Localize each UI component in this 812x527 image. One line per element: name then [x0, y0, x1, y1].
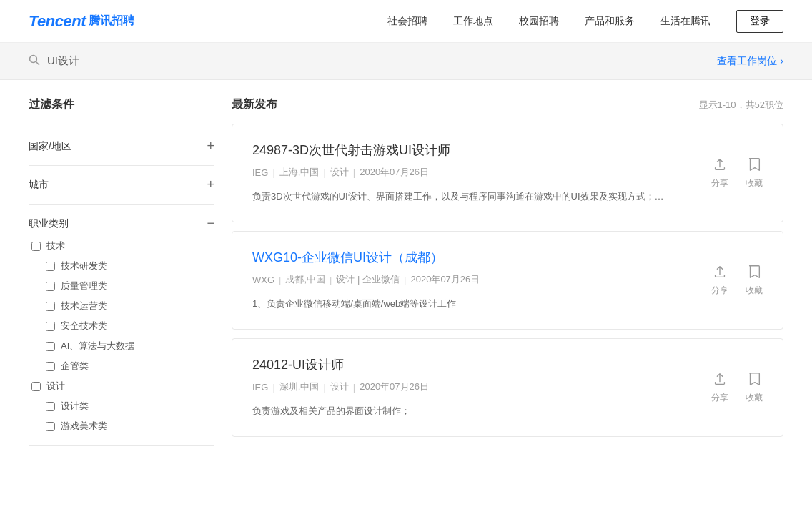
checkbox-ai-bigdata-label: AI、算法与大数据 [61, 340, 134, 353]
checkbox-quality-mgmt-label: 质量管理类 [61, 280, 107, 292]
job-date-3: 2020年07月26日 [360, 380, 429, 393]
filter-job-category: 职业类别 − 技术 技术研发类 [29, 205, 214, 446]
job-date-2: 2020年07月26日 [410, 273, 480, 286]
checkbox-tech-label: 技术 [46, 240, 65, 252]
share-icon-3 [712, 371, 728, 389]
job-card-3: 24012-UI设计师 IEG | 深圳,中国 | 设计 | 2020年07月2… [232, 338, 783, 437]
checkbox-tech-input[interactable] [31, 242, 41, 251]
share-button-2[interactable]: 分享 [711, 264, 728, 297]
svg-line-1 [36, 61, 39, 64]
job-dept-1: IEG [252, 167, 268, 178]
filter-country-expand-icon: + [207, 139, 214, 154]
checkbox-game-art[interactable]: 游戏美术类 [46, 420, 214, 433]
share-button-1[interactable]: 分享 [711, 157, 728, 189]
checkbox-game-art-input[interactable] [46, 422, 55, 431]
sidebar: 过滤条件 国家/地区 + 城市 + 职业类别 − [29, 97, 214, 446]
checkbox-security-tech[interactable]: 安全技术类 [46, 320, 214, 333]
search-query: UI设计 [47, 54, 79, 68]
logo-cn: 腾讯招聘 [89, 14, 134, 29]
checkbox-security-tech-input[interactable] [46, 322, 55, 331]
search-bar: UI设计 查看工作岗位 › [0, 43, 812, 80]
nav-life-tencent[interactable]: 生活在腾讯 [660, 15, 710, 28]
checkbox-design-type-input[interactable] [46, 402, 55, 411]
content-count: 显示1-10，共52职位 [699, 99, 783, 112]
checkbox-enterprise-mgmt-input[interactable] [46, 362, 55, 371]
content-title: 最新发布 [232, 97, 277, 112]
job-date-1: 2020年07月26日 [360, 166, 429, 179]
nav-products-services[interactable]: 产品和服务 [585, 15, 635, 28]
logo-tencent: Tencent [29, 12, 86, 31]
job-meta-2: WXG | 成都,中国 | 设计 | 企业微信 | 2020年07月26日 [252, 273, 763, 286]
filter-section: 国家/地区 + 城市 + 职业类别 − 技术 [29, 127, 214, 446]
job-dept-3: IEG [252, 382, 268, 393]
bookmark-icon-3 [746, 371, 762, 389]
filter-city-expand-icon: + [207, 177, 214, 192]
nav-social-recruit[interactable]: 社会招聘 [387, 15, 427, 28]
job-desc-2: 1、负责企业微信移动端/桌面端/web端等设计工作 [252, 296, 667, 312]
content-header: 最新发布 显示1-10，共52职位 [232, 97, 783, 112]
checkbox-tech-ops-input[interactable] [46, 302, 55, 311]
checkbox-enterprise-mgmt[interactable]: 企管类 [46, 360, 214, 373]
filter-category-collapse-icon[interactable]: − [207, 216, 214, 231]
nav-campus-recruit[interactable]: 校园招聘 [519, 15, 559, 28]
filter-city[interactable]: 城市 + [29, 166, 214, 205]
top-checkbox-group: 技术 技术研发类 质量管理类 技术运营类 [29, 240, 214, 433]
checkbox-quality-mgmt-input[interactable] [46, 282, 55, 291]
checkbox-design-label: 设计 [46, 380, 65, 393]
job-actions-2: 分享 收藏 [711, 264, 763, 297]
share-icon-1 [712, 157, 728, 174]
checkbox-design[interactable]: 设计 [31, 380, 214, 393]
job-title-3[interactable]: 24012-UI设计师 [252, 356, 763, 373]
share-label-3: 分享 [711, 392, 728, 404]
filter-city-label: 城市 [29, 179, 49, 192]
bookmark-button-2[interactable]: 收藏 [746, 264, 763, 297]
checkbox-quality-mgmt[interactable]: 质量管理类 [46, 280, 214, 292]
filter-country[interactable]: 国家/地区 + [29, 127, 214, 166]
bookmark-icon-1 [746, 157, 762, 174]
header-nav: 社会招聘 工作地点 校园招聘 产品和服务 生活在腾讯 登录 [387, 10, 783, 33]
view-jobs-link[interactable]: 查看工作岗位 › [717, 55, 783, 68]
checkbox-tech[interactable]: 技术 [31, 240, 214, 252]
logo: Tencent 腾讯招聘 [29, 12, 134, 31]
job-meta-3: IEG | 深圳,中国 | 设计 | 2020年07月26日 [252, 380, 763, 393]
checkbox-tech-research-input[interactable] [46, 262, 55, 271]
share-button-3[interactable]: 分享 [711, 371, 728, 404]
job-actions-1: 分享 收藏 [711, 157, 763, 189]
job-desc-1: 负责3D次世代游戏的UI设计、界面搭建工作，以及与程序同事沟通在游戏中的UI效果… [252, 189, 667, 205]
checkbox-ai-bigdata-input[interactable] [46, 342, 55, 351]
share-icon-2 [712, 264, 728, 282]
bookmark-label-3: 收藏 [746, 392, 763, 404]
checkbox-design-type-label: 设计类 [61, 400, 89, 413]
bookmark-label-2: 收藏 [746, 285, 763, 297]
bookmark-label-1: 收藏 [746, 177, 763, 189]
job-title-1[interactable]: 24987-3D次世代射击游戏UI设计师 [252, 142, 763, 159]
bookmark-icon-2 [746, 264, 762, 282]
job-actions-3: 分享 收藏 [711, 371, 763, 404]
job-location-3: 深圳,中国 [279, 380, 320, 393]
checkbox-tech-ops[interactable]: 技术运营类 [46, 300, 214, 312]
checkbox-ai-bigdata[interactable]: AI、算法与大数据 [46, 340, 214, 353]
filter-country-label: 国家/地区 [29, 140, 71, 153]
job-desc-3: 负责游戏及相关产品的界面设计制作； [252, 403, 667, 419]
job-title-2[interactable]: WXG10-企业微信UI设计（成都） [252, 249, 763, 266]
nav-locations[interactable]: 工作地点 [453, 15, 493, 28]
checkbox-tech-research-label: 技术研发类 [61, 260, 107, 272]
filter-category-title: 职业类别 [29, 217, 69, 230]
header: Tencent 腾讯招聘 社会招聘 工作地点 校园招聘 产品和服务 生活在腾讯 … [0, 0, 812, 43]
job-card-2: WXG10-企业微信UI设计（成都） WXG | 成都,中国 | 设计 | 企业… [232, 231, 783, 330]
share-label-1: 分享 [711, 177, 728, 189]
search-icon [29, 54, 40, 69]
job-dept-2: WXG [252, 275, 274, 285]
bookmark-button-1[interactable]: 收藏 [746, 157, 763, 189]
job-category-3: 设计 [330, 380, 349, 393]
login-button[interactable]: 登录 [736, 10, 783, 33]
job-meta-1: IEG | 上海,中国 | 设计 | 2020年07月26日 [252, 166, 763, 179]
checkbox-tech-research[interactable]: 技术研发类 [46, 260, 214, 272]
bookmark-button-3[interactable]: 收藏 [746, 371, 763, 404]
checkbox-design-type[interactable]: 设计类 [46, 400, 214, 413]
checkbox-design-input[interactable] [31, 382, 41, 391]
search-left: UI设计 [29, 54, 79, 69]
job-category-1: 设计 [330, 166, 349, 179]
sub-checkbox-group-tech: 技术研发类 质量管理类 技术运营类 安全技术类 [31, 260, 214, 373]
job-category-2: 设计 | 企业微信 [336, 273, 400, 286]
